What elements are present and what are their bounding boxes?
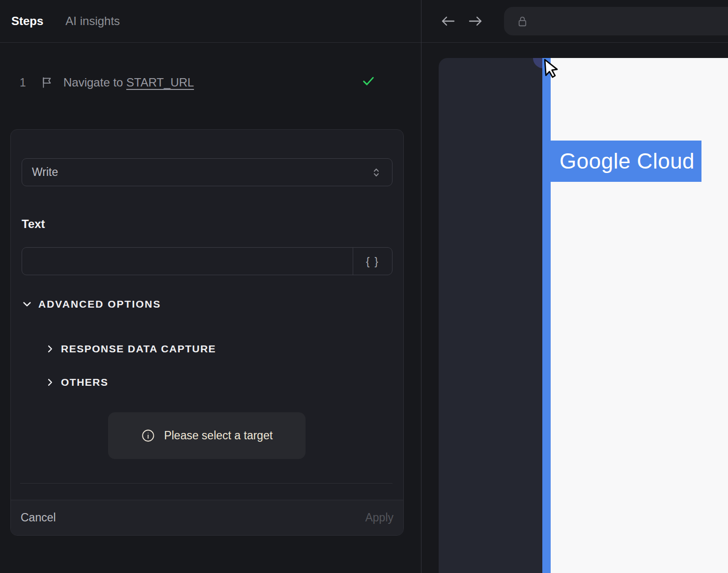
text-input[interactable] (22, 248, 353, 275)
forward-arrow-icon[interactable] (467, 13, 484, 29)
select-target-hint-text: Please select a target (164, 429, 273, 442)
page-dark-pane (439, 58, 542, 573)
step-action-text: Navigate to (63, 76, 123, 89)
editor-footer: Cancel Apply (11, 500, 403, 535)
others-toggle[interactable]: OTHERS (45, 376, 109, 388)
check-icon (361, 74, 376, 88)
response-data-capture-toggle[interactable]: RESPONSE DATA CAPTURE (45, 343, 216, 355)
apply-button[interactable]: Apply (365, 511, 393, 524)
browser-toolbar (421, 0, 728, 43)
step-editor-card: Write Text { } ADVA (10, 129, 404, 536)
browser-panel: Google Cloud (421, 0, 728, 573)
browser-viewport: Google Cloud (421, 43, 728, 573)
others-label: OTHERS (61, 376, 109, 388)
content-divider (20, 483, 392, 484)
steps-panel: Steps AI insights 1 Navigate to START_UR… (0, 0, 421, 573)
step-target-link[interactable]: START_URL (126, 76, 194, 89)
panel-tabbar: Steps AI insights (0, 0, 421, 43)
chevron-down-icon (22, 299, 32, 310)
text-input-group: { } (22, 247, 392, 275)
action-type-value: Write (32, 166, 58, 179)
lock-icon (516, 15, 529, 28)
advanced-options-toggle[interactable]: ADVANCED OPTIONS (22, 298, 161, 310)
chevron-right-icon (45, 344, 55, 354)
step-label: Navigate to START_URL (63, 76, 194, 89)
google-cloud-banner[interactable]: Google Cloud (542, 141, 701, 182)
tab-ai-insights[interactable]: AI insights (65, 14, 120, 28)
advanced-options-label: ADVANCED OPTIONS (38, 298, 161, 310)
action-type-select[interactable]: Write (22, 158, 392, 186)
selection-stripe[interactable] (542, 58, 551, 573)
url-bar[interactable] (504, 7, 728, 35)
google-cloud-banner-text: Google Cloud (560, 149, 695, 173)
info-icon (141, 429, 155, 443)
cancel-button[interactable]: Cancel (21, 511, 56, 524)
select-target-hint: Please select a target (108, 412, 306, 459)
chevron-updown-icon (370, 167, 382, 178)
variable-braces-button[interactable]: { } (353, 248, 392, 275)
step-row[interactable]: 1 Navigate to START_URL (20, 74, 406, 91)
app-window: Steps AI insights 1 Navigate to START_UR… (0, 0, 728, 573)
page-white-pane (551, 58, 728, 573)
flag-icon (41, 76, 54, 89)
text-field-label: Text (22, 217, 45, 231)
chevron-right-icon (45, 377, 55, 387)
step-number: 1 (20, 76, 32, 89)
tab-steps[interactable]: Steps (11, 14, 43, 28)
response-data-capture-label: RESPONSE DATA CAPTURE (61, 343, 216, 355)
back-arrow-icon[interactable] (440, 13, 456, 29)
